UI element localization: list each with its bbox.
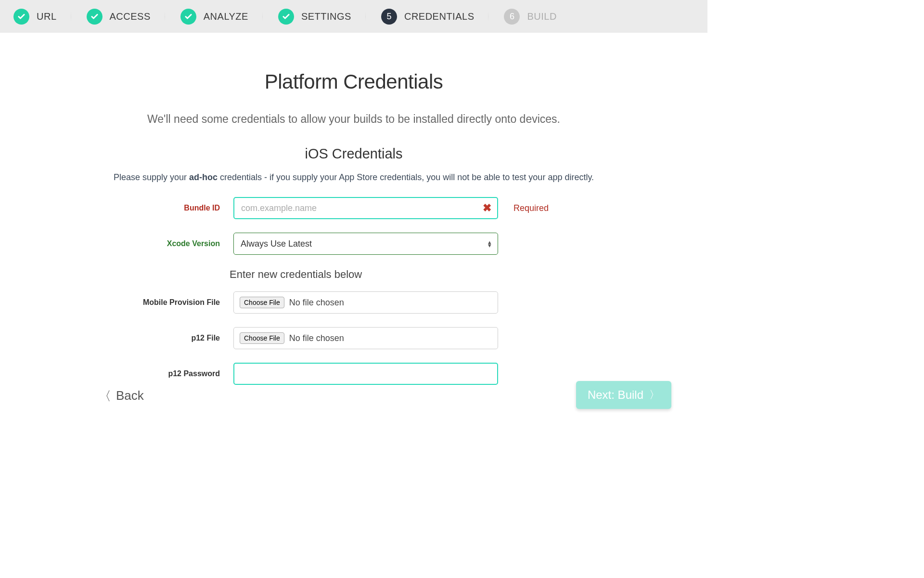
page-subtitle: We'll need some credentials to allow you… bbox=[89, 113, 618, 126]
file-chosen-text: No file chosen bbox=[289, 298, 344, 308]
step-label: ACCESS bbox=[110, 11, 151, 22]
field-xcode-version: Xcode Version Always Use Latest ▴▾ bbox=[99, 233, 609, 255]
field-p12-password: p12 Password bbox=[99, 363, 609, 385]
wizard-stepper: URL ACCESS ANALYZE SETTINGS 5 CREDENTIAL… bbox=[0, 0, 707, 33]
step-build[interactable]: 6 BUILD bbox=[490, 9, 573, 25]
step-label: CREDENTIALS bbox=[404, 11, 475, 22]
step-label: URL bbox=[37, 11, 57, 22]
chevron-left-icon: 〈 bbox=[99, 390, 111, 402]
step-number-icon: 6 bbox=[504, 9, 520, 25]
step-credentials[interactable]: 5 CREDENTIALS bbox=[368, 9, 491, 25]
file-chosen-text: No file chosen bbox=[289, 333, 344, 343]
section-heading: iOS Credentials bbox=[89, 146, 618, 162]
back-button[interactable]: 〈 Back bbox=[99, 388, 144, 403]
field-p12-file: p12 File Choose File No file chosen bbox=[99, 327, 609, 349]
choose-file-button[interactable]: Choose File bbox=[240, 332, 284, 344]
step-settings[interactable]: SETTINGS bbox=[265, 9, 368, 25]
step-url[interactable]: URL bbox=[0, 9, 73, 25]
check-icon bbox=[278, 9, 294, 25]
label-p12-file: p12 File bbox=[99, 334, 233, 342]
provision-file-input[interactable]: Choose File No file chosen bbox=[233, 291, 498, 314]
close-icon[interactable]: ✖ bbox=[483, 202, 491, 214]
step-label: SETTINGS bbox=[301, 11, 351, 22]
check-icon bbox=[87, 9, 103, 25]
field-bundle-id: Bundle ID ✖ Required bbox=[99, 197, 609, 219]
label-xcode-version: Xcode Version bbox=[99, 239, 233, 248]
choose-file-button[interactable]: Choose File bbox=[240, 297, 284, 308]
field-provision-file: Mobile Provision File Choose File No fil… bbox=[99, 291, 609, 314]
step-number-icon: 5 bbox=[381, 9, 397, 25]
section-note: Please supply your ad-hoc credentials - … bbox=[89, 172, 618, 183]
credentials-form: Bundle ID ✖ Required Xcode Version Alway… bbox=[99, 197, 609, 385]
step-label: ANALYZE bbox=[204, 11, 248, 22]
bundle-id-input[interactable] bbox=[233, 197, 498, 219]
next-button[interactable]: Next: Build 〉 bbox=[576, 381, 671, 409]
label-bundle-id: Bundle ID bbox=[99, 204, 233, 212]
step-label: BUILD bbox=[527, 11, 556, 22]
sub-heading: Enter new credentials below bbox=[230, 268, 609, 281]
p12-file-input[interactable]: Choose File No file chosen bbox=[233, 327, 498, 349]
xcode-version-select[interactable]: Always Use Latest bbox=[233, 233, 498, 255]
check-icon bbox=[13, 9, 29, 25]
label-provision-file: Mobile Provision File bbox=[99, 298, 233, 307]
chevron-right-icon: 〉 bbox=[649, 388, 660, 402]
label-p12-password: p12 Password bbox=[99, 369, 233, 378]
bundle-id-required: Required bbox=[498, 203, 580, 213]
main-content: Platform Credentials We'll need some cre… bbox=[89, 33, 618, 385]
check-icon bbox=[180, 9, 196, 25]
step-analyze[interactable]: ANALYZE bbox=[167, 9, 265, 25]
p12-password-input[interactable] bbox=[233, 363, 498, 385]
step-access[interactable]: ACCESS bbox=[73, 9, 167, 25]
page-title: Platform Credentials bbox=[89, 70, 618, 93]
